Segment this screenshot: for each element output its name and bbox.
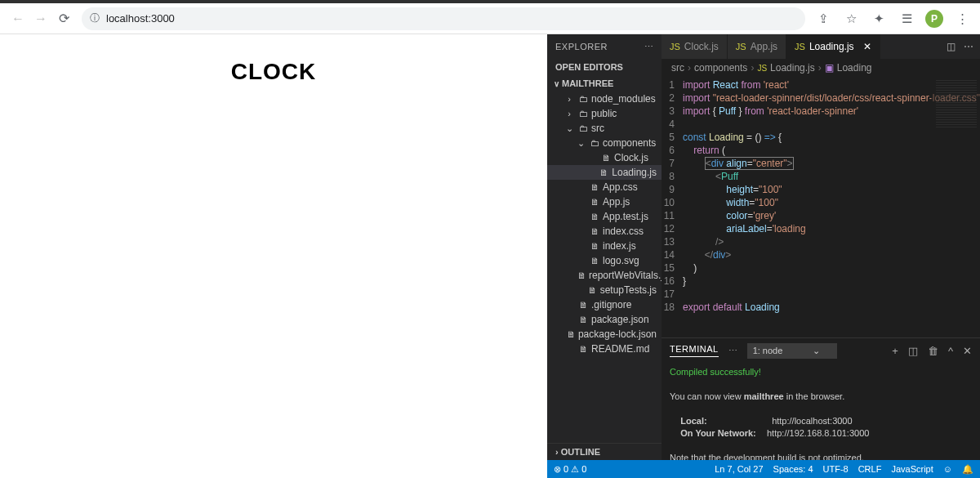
info-icon: ⓘ xyxy=(90,11,100,25)
trash-icon[interactable]: 🗑 xyxy=(928,345,938,357)
tree-item-logo-svg[interactable]: 🗎logo.svg xyxy=(547,253,662,268)
extensions-icon[interactable]: ✦ xyxy=(867,7,890,30)
tree-item-App-test-js[interactable]: 🗎App.test.js xyxy=(547,209,662,224)
tree-item-package-lock-json[interactable]: 🗎package-lock.json xyxy=(547,327,662,342)
tree-item-node_modules[interactable]: ›🗀node_modules xyxy=(547,92,662,106)
status-errors[interactable]: ⊗ 0 ⚠ 0 xyxy=(554,464,586,475)
tree-item-src[interactable]: ⌄🗀src xyxy=(547,121,662,136)
menu-icon[interactable]: ⋮ xyxy=(951,7,973,30)
tree-item-Clock-js[interactable]: 🗎Clock.js xyxy=(547,150,662,165)
minimap[interactable] xyxy=(931,77,980,337)
tree-item-setupTests-js[interactable]: 🗎setupTests.js xyxy=(547,283,662,297)
tree-item-public[interactable]: ›🗀public xyxy=(547,106,662,121)
breadcrumbs[interactable]: src› components› JS Loading.js› ▣ Loadin… xyxy=(662,59,980,77)
reading-list-icon[interactable]: ☰ xyxy=(895,7,918,30)
more-icon[interactable]: ⋯ xyxy=(644,42,654,52)
split-editor-icon[interactable]: ◫ xyxy=(947,41,956,52)
tree-item-reportWebVitals-js[interactable]: 🗎reportWebVitals.js xyxy=(547,268,662,283)
status-bar: ⊗ 0 ⚠ 0 Ln 7, Col 27 Spaces: 4 UTF-8 CRL… xyxy=(547,460,980,478)
chevron-up-icon[interactable]: ^ xyxy=(948,345,953,357)
outline-header[interactable]: › OUTLINE xyxy=(547,443,662,460)
toolbar-icons: ⇪ ☆ ✦ ☰ P ⋮ xyxy=(812,7,973,30)
tree-item-package-json[interactable]: 🗎package.json xyxy=(547,312,662,327)
code-editor[interactable]: 1 2 3 4 5 6 7 8 9 10 11 12 13 14 15 16 1… xyxy=(662,77,980,337)
vscode-window: EXPLORER ⋯ OPEN EDITORS ∨MAILTHREE ›🗀nod… xyxy=(547,34,980,478)
tree-item-index-js[interactable]: 🗎index.js xyxy=(547,239,662,253)
status-feedback-icon[interactable]: ☺ xyxy=(943,464,952,474)
split-terminal-icon[interactable]: ◫ xyxy=(908,345,918,357)
project-root[interactable]: ∨MAILTHREE xyxy=(547,75,662,92)
status-eol[interactable]: CRLF xyxy=(858,464,882,474)
tree-item-index-css[interactable]: 🗎index.css xyxy=(547,224,662,239)
tree-item-App-js[interactable]: 🗎App.js xyxy=(547,194,662,209)
page-title: CLOCK xyxy=(231,59,317,85)
reload-button[interactable]: ⟳ xyxy=(52,7,75,30)
browser-toolbar: ← → ⟳ ⓘ localhost:3000 ⇪ ☆ ✦ ☰ P ⋮ xyxy=(0,3,980,34)
back-button[interactable]: ← xyxy=(7,7,29,30)
browser-viewport: CLOCK xyxy=(0,34,547,478)
terminal-tab[interactable]: TERMINAL xyxy=(670,344,719,357)
status-spaces[interactable]: Spaces: 4 xyxy=(773,464,813,474)
avatar[interactable]: P xyxy=(923,7,946,30)
close-panel-icon[interactable]: ✕ xyxy=(963,345,972,357)
url-bar[interactable]: ⓘ localhost:3000 xyxy=(82,7,805,30)
explorer-header: EXPLORER ⋯ xyxy=(547,34,662,59)
star-icon[interactable]: ☆ xyxy=(840,7,862,30)
terminal-more-icon[interactable]: ⋯ xyxy=(728,346,737,356)
status-lncol[interactable]: Ln 7, Col 27 xyxy=(715,464,763,474)
more-actions-icon[interactable]: ⋯ xyxy=(964,41,973,52)
status-encoding[interactable]: UTF-8 xyxy=(823,464,849,474)
terminal-output[interactable]: Compiled successfully! You can now view … xyxy=(662,363,980,460)
tab-App-js[interactable]: JSApp.js xyxy=(728,34,786,59)
editor-area: JSClock.jsJSApp.jsJSLoading.js✕ ◫ ⋯ src›… xyxy=(662,34,980,460)
tree-item--gitignore[interactable]: 🗎.gitignore xyxy=(547,297,662,312)
tab-Loading-js[interactable]: JSLoading.js✕ xyxy=(786,34,880,59)
tab-Clock-js[interactable]: JSClock.js xyxy=(662,34,728,59)
url-text: localhost:3000 xyxy=(106,12,175,25)
tree-item-Loading-js[interactable]: 🗎Loading.js xyxy=(547,165,662,180)
file-tree: ›🗀node_modules›🗀public⌄🗀src⌄🗀components … xyxy=(547,92,662,443)
status-bell-icon[interactable]: 🔔 xyxy=(962,464,973,475)
explorer-title: EXPLORER xyxy=(555,42,608,51)
tree-item-components[interactable]: ⌄🗀components xyxy=(547,136,662,150)
terminal-panel: TERMINAL ⋯ 1: node ⌄ + ◫ 🗑 ^ ✕ xyxy=(662,337,980,460)
editor-tabs: JSClock.jsJSApp.jsJSLoading.js✕ ◫ ⋯ xyxy=(662,34,980,59)
open-editors-header[interactable]: OPEN EDITORS xyxy=(547,59,662,75)
new-terminal-icon[interactable]: + xyxy=(892,345,898,357)
forward-button[interactable]: → xyxy=(29,7,52,30)
explorer-sidebar: EXPLORER ⋯ OPEN EDITORS ∨MAILTHREE ›🗀nod… xyxy=(547,34,662,460)
terminal-select[interactable]: 1: node ⌄ xyxy=(747,343,837,359)
status-lang[interactable]: JavaScript xyxy=(891,464,933,474)
share-icon[interactable]: ⇪ xyxy=(812,7,835,30)
tree-item-README-md[interactable]: 🗎README.md xyxy=(547,342,662,356)
tree-item-App-css[interactable]: 🗎App.css xyxy=(547,180,662,194)
